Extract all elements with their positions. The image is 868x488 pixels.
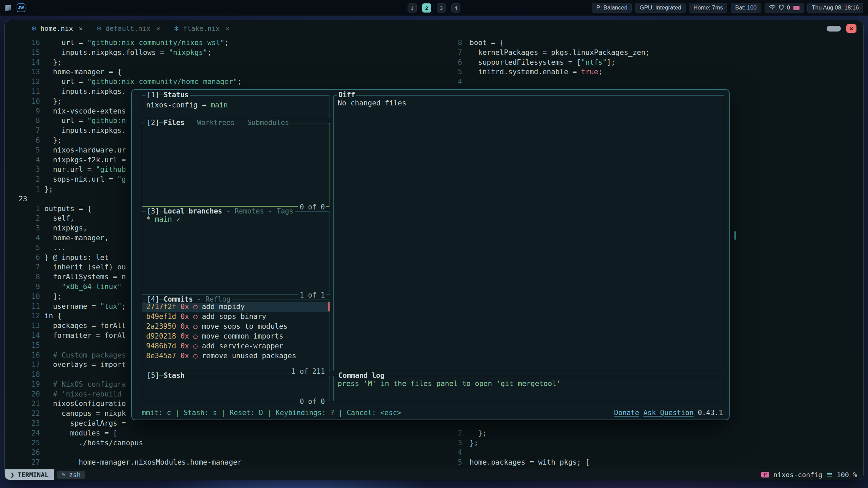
tab-home.nix[interactable]: ❄home.nix×: [24, 20, 90, 37]
lazygit-commits-panel[interactable]: [4]─Commits - Reflog 2717f2f 0x ○ add mo…: [142, 300, 330, 371]
lazygit-status-panel[interactable]: [1]─Status nixos-config → main: [142, 95, 330, 118]
repo-name: nixos-config: [146, 100, 198, 110]
code-text: } @ inputs: let: [44, 253, 109, 263]
commit-message: move sops to modules: [198, 322, 288, 330]
minimize-button[interactable]: [827, 26, 841, 32]
line-number: 3: [5, 165, 40, 175]
lazygit-files-panel[interactable]: [2]─Files - Worktrees - Submodules 0 of …: [142, 123, 330, 207]
tray-app-icon[interactable]: [793, 6, 800, 10]
workspace-button-1[interactable]: 1: [408, 3, 417, 13]
tab-default.nix[interactable]: ❄default.nix×: [90, 20, 167, 37]
commit-hash: b49ef1d: [146, 312, 176, 321]
commit-graph-node: ○: [189, 303, 197, 311]
commits-scrollbar[interactable]: [328, 302, 330, 311]
line-number: 23: [5, 194, 40, 204]
files-count: 0 of 0: [298, 203, 326, 211]
commit-row[interactable]: d920218 0x ○ move common imports: [142, 331, 330, 341]
repo-label: nixos-config: [773, 471, 823, 479]
shell-chip[interactable]: ✎ zsh: [57, 471, 85, 479]
code-line: 15 inputs.nixpkgs.follows = "nixpkgs";: [5, 48, 438, 58]
code-text: url = "github:n: [44, 116, 126, 126]
tab-close-icon[interactable]: ×: [79, 24, 83, 33]
code-text: inputs.nixpkgs.: [44, 87, 126, 97]
code-line: 3};: [438, 438, 863, 448]
code-text: inputs.nixpkgs.follows = "nixpkgs";: [44, 48, 212, 58]
line-number: 11: [5, 302, 40, 311]
code-text: };: [44, 136, 62, 145]
line-number: 9: [5, 106, 40, 116]
line-number: 14: [5, 331, 40, 341]
commit-message: move common imports: [198, 332, 283, 340]
line-number: 26: [5, 448, 40, 458]
line-number: 8: [5, 272, 40, 282]
code-text: };: [470, 438, 478, 448]
line-number: 22: [5, 409, 40, 419]
version-label: 0.43.1: [698, 409, 723, 417]
line-number: 4: [438, 448, 462, 458]
lazygit-diff-panel[interactable]: Diff No changed files: [333, 95, 724, 371]
tray-count: 0: [787, 4, 790, 11]
line-number: 2: [438, 428, 462, 438]
commit-graph-node: ○: [189, 352, 197, 360]
workspace-button-2[interactable]: 2: [422, 3, 431, 13]
code-line: 27 home-manager.nixosModules.home-manage…: [5, 458, 438, 467]
commit-row[interactable]: 2a23950 0x ○ move sops to modules: [142, 322, 330, 331]
commits-count: 1 of 211: [290, 367, 326, 375]
workspace-button-4[interactable]: 4: [451, 3, 460, 13]
lazygit-branches-panel[interactable]: [3]─Local branches - Remotes - Tags * ma…: [142, 211, 330, 295]
logo-chip[interactable]: JW: [17, 3, 25, 12]
wifi-icon[interactable]: [769, 4, 776, 12]
lazygit-stash-panel[interactable]: [5]─Stash 0 of 0: [142, 376, 330, 401]
line-number: 27: [5, 458, 40, 467]
link-donate[interactable]: Donate: [614, 409, 639, 417]
line-number: 7: [5, 126, 40, 136]
workspace-button-3[interactable]: 3: [437, 3, 446, 13]
app-grid-icon[interactable]: ▦: [5, 4, 12, 12]
tab-close-icon[interactable]: ×: [225, 24, 230, 33]
commit-row[interactable]: 8e345a7 0x ○ remove unused packages: [142, 351, 330, 361]
code-text: nixpkgs-f2k.url =: [44, 155, 126, 165]
commit-row[interactable]: 2717f2f 0x ○ add mopidy: [142, 302, 330, 312]
commit-row[interactable]: b49ef1d 0x ○ add sops binary: [142, 312, 330, 322]
commit-row[interactable]: 9486b7d 0x ○ add service-wrapper: [142, 341, 330, 351]
line-number: 17: [5, 360, 40, 370]
system-tray[interactable]: 0: [765, 3, 804, 13]
panel-title: [4]─Commits - Reflog: [145, 295, 232, 303]
clock[interactable]: Thu Aug 08, 18:16: [807, 3, 863, 13]
code-line: 4: [438, 448, 863, 458]
code-line: 8boot = {: [438, 38, 863, 48]
line-number: 6: [438, 58, 462, 67]
scrollbar-thumb[interactable]: [734, 231, 736, 240]
close-button[interactable]: ×: [846, 24, 856, 33]
code-text: modules = [: [44, 428, 117, 438]
panel-title: Command log: [337, 371, 386, 380]
code-line: 25 ./hosts/canopus: [5, 438, 438, 448]
line-number: 16: [5, 38, 40, 48]
stash-count: 0 of 0: [298, 398, 326, 406]
line-number: 6: [5, 136, 40, 145]
commit-hash: 2717f2f: [146, 303, 176, 311]
line-number: 4: [5, 155, 40, 165]
line-number: 13: [5, 67, 40, 77]
code-text: in {: [44, 311, 62, 321]
tab-close-icon[interactable]: ×: [156, 24, 160, 33]
shield-icon[interactable]: [779, 4, 784, 12]
link-ask-question[interactable]: Ask Question: [643, 409, 693, 417]
status-pills: P: BalancedGPU: IntegratedHome: 7msBat: …: [592, 3, 761, 13]
panel-title: [1]─Status: [145, 91, 190, 99]
code-line: 14 };: [5, 58, 438, 67]
line-number: 19: [5, 380, 40, 389]
tab-flake.nix[interactable]: ❄flake.nix×: [167, 20, 236, 37]
branch-name: main: [211, 100, 228, 110]
line-number: 20: [5, 389, 40, 399]
workspace-switcher: 1234: [408, 3, 460, 13]
code-text: nur.url = "github: [44, 165, 126, 175]
lazygit-keybar: mmit: c | Stash: s | Reset: D | Keybindi…: [142, 409, 723, 417]
line-number: 9: [5, 282, 40, 292]
nix-snowflake-icon: ❄: [174, 25, 179, 32]
line-number: 4: [5, 233, 40, 243]
code-line: 12 url = "github:nix-community/home-mana…: [5, 77, 438, 87]
commit-graph-node: ○: [189, 312, 197, 321]
code-text: };: [44, 58, 62, 67]
lazygit-command-log-panel[interactable]: Command log press 'M' in the files panel…: [333, 376, 724, 401]
